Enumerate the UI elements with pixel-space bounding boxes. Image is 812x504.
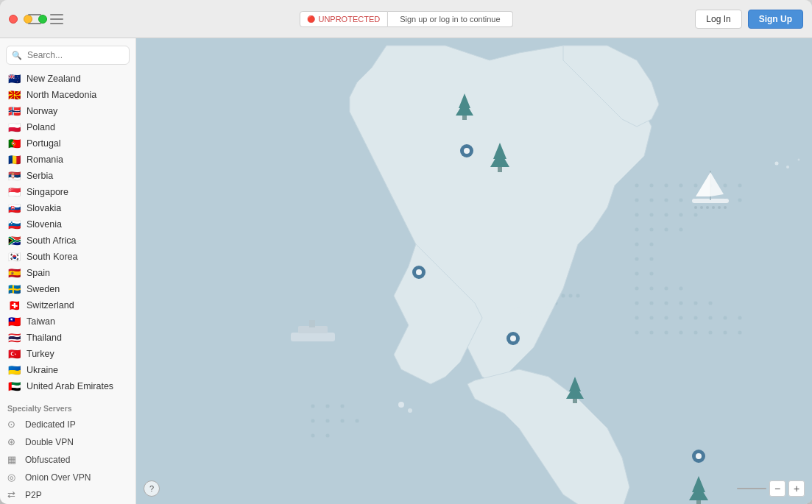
country-name: New Zealand bbox=[27, 74, 81, 84]
svg-point-40 bbox=[665, 287, 668, 291]
specialty-label: Onion Over VPN bbox=[25, 472, 91, 483]
country-item[interactable]: 🇹🇭Thailand bbox=[0, 330, 135, 346]
country-item[interactable]: 🇸🇬Singapore bbox=[0, 184, 135, 200]
svg-point-18 bbox=[650, 213, 654, 217]
country-item[interactable]: 🇹🇷Turkey bbox=[0, 346, 135, 362]
svg-point-44 bbox=[665, 316, 668, 320]
zoom-out-button[interactable]: − bbox=[769, 480, 785, 497]
svg-point-50 bbox=[694, 316, 698, 320]
svg-rect-102 bbox=[696, 500, 701, 504]
svg-rect-90 bbox=[309, 320, 315, 327]
zoom-in-button[interactable]: + bbox=[788, 480, 805, 497]
country-name: Turkey bbox=[27, 349, 54, 359]
country-flag: 🇵🇹 bbox=[7, 139, 21, 149]
specialty-item-ip[interactable]: ⊙Dedicated IP bbox=[0, 416, 135, 433]
country-item[interactable]: 🇿🇦South Africa bbox=[0, 233, 135, 249]
svg-point-60 bbox=[341, 405, 345, 408]
svg-point-115 bbox=[408, 408, 412, 413]
svg-point-64 bbox=[356, 419, 359, 423]
specialty-item-onion[interactable]: ◎Onion Over VPN bbox=[0, 469, 135, 486]
svg-point-83 bbox=[700, 206, 703, 209]
search-input[interactable] bbox=[6, 46, 130, 65]
signup-button[interactable]: Sign Up bbox=[748, 10, 803, 29]
specialty-label: Obfuscated bbox=[25, 455, 70, 465]
svg-point-63 bbox=[341, 419, 345, 423]
svg-point-16 bbox=[738, 199, 742, 202]
country-item[interactable]: 🇸🇪Sweden bbox=[0, 281, 135, 297]
list-toggle-icon[interactable] bbox=[50, 14, 63, 24]
svg-point-58 bbox=[311, 405, 315, 408]
panel-toggle-icon[interactable] bbox=[28, 14, 41, 24]
svg-point-48 bbox=[694, 302, 698, 305]
svg-point-62 bbox=[326, 419, 330, 423]
country-name: Slovenia bbox=[27, 219, 62, 230]
country-flag: 🇷🇴 bbox=[7, 155, 21, 165]
svg-point-43 bbox=[679, 302, 683, 305]
svg-point-29 bbox=[650, 258, 654, 261]
country-item[interactable]: 🇸🇰Slovakia bbox=[0, 200, 135, 216]
country-item[interactable]: 🇵🇱Poland bbox=[0, 119, 135, 135]
country-item[interactable]: 🇷🇸Serbia bbox=[0, 168, 135, 184]
country-flag: 🇳🇿 bbox=[7, 74, 21, 84]
country-flag: 🇹🇷 bbox=[7, 349, 21, 359]
country-item[interactable]: 🇦🇪United Arab Emirates bbox=[0, 378, 135, 394]
country-item[interactable]: 🇲🇰North Macedonia bbox=[0, 87, 135, 103]
specialty-section-label: Specialty Servers bbox=[0, 398, 135, 416]
country-name: United Arab Emirates bbox=[27, 381, 113, 391]
svg-point-108 bbox=[510, 336, 516, 341]
svg-rect-93 bbox=[462, 116, 467, 120]
specialty-label: Dedicated IP bbox=[25, 419, 76, 430]
svg-point-53 bbox=[709, 331, 713, 335]
country-item[interactable]: 🇹🇼Taiwan bbox=[0, 313, 135, 330]
svg-point-37 bbox=[650, 316, 654, 320]
svg-point-28 bbox=[635, 258, 639, 261]
svg-point-65 bbox=[311, 434, 315, 438]
svg-point-45 bbox=[679, 316, 683, 320]
country-name: North Macedonia bbox=[27, 90, 96, 100]
specialty-item-double[interactable]: ⊛Double VPN bbox=[0, 433, 135, 451]
svg-point-85 bbox=[712, 206, 715, 209]
svg-point-27 bbox=[650, 243, 654, 246]
country-flag: 🇿🇦 bbox=[7, 236, 21, 246]
country-item[interactable]: 🇵🇹Portugal bbox=[0, 135, 135, 152]
country-item[interactable]: 🇳🇴Norway bbox=[0, 103, 135, 119]
svg-point-34 bbox=[635, 302, 639, 305]
login-button[interactable]: Log In bbox=[695, 10, 741, 29]
country-item[interactable]: 🇰🇷South Korea bbox=[0, 249, 135, 265]
world-map bbox=[136, 38, 812, 504]
unprotected-badge: UNPROTECTED bbox=[299, 11, 388, 27]
svg-rect-99 bbox=[573, 399, 577, 403]
country-item[interactable]: 🇪🇸Spain bbox=[0, 265, 135, 281]
svg-point-52 bbox=[694, 331, 698, 335]
svg-point-106 bbox=[416, 269, 422, 275]
svg-point-10 bbox=[650, 199, 654, 202]
country-flag: 🇰🇷 bbox=[7, 252, 21, 262]
titlebar: UNPROTECTED Sign up or log in to continu… bbox=[0, 0, 812, 38]
country-item[interactable]: 🇸🇮Slovenia bbox=[0, 216, 135, 233]
svg-point-35 bbox=[650, 302, 654, 305]
svg-point-19 bbox=[665, 213, 668, 217]
svg-point-12 bbox=[679, 199, 683, 202]
country-flag: 🇹🇼 bbox=[7, 317, 21, 327]
country-name: South Africa bbox=[27, 235, 76, 246]
country-name: Ukraine bbox=[27, 365, 58, 375]
country-item[interactable]: 🇷🇴Romania bbox=[0, 152, 135, 168]
country-item[interactable]: 🇺🇦Ukraine bbox=[0, 362, 135, 378]
country-item[interactable]: 🇳🇿New Zealand bbox=[0, 71, 135, 87]
close-button[interactable] bbox=[9, 15, 18, 24]
specialty-label: P2P bbox=[25, 490, 42, 500]
country-name: South Korea bbox=[27, 252, 78, 262]
svg-point-111 bbox=[775, 162, 779, 166]
specialty-item-p2p[interactable]: ⇄P2P bbox=[0, 486, 135, 504]
svg-point-87 bbox=[724, 206, 727, 209]
country-item[interactable]: 🇨🇭Switzerland bbox=[0, 297, 135, 313]
svg-point-5 bbox=[694, 184, 698, 188]
help-button[interactable]: ? bbox=[144, 480, 160, 497]
sidebar: 🔍 🇳🇿New Zealand🇲🇰North Macedonia🇳🇴Norway… bbox=[0, 38, 136, 504]
country-flag: 🇸🇮 bbox=[7, 220, 21, 230]
specialty-item-obf[interactable]: ▦Obfuscated bbox=[0, 451, 135, 469]
country-flag: 🇨🇭 bbox=[7, 301, 21, 310]
p2p-icon: ⇄ bbox=[7, 489, 19, 501]
country-name: Serbia bbox=[27, 171, 53, 181]
svg-point-55 bbox=[738, 316, 742, 320]
